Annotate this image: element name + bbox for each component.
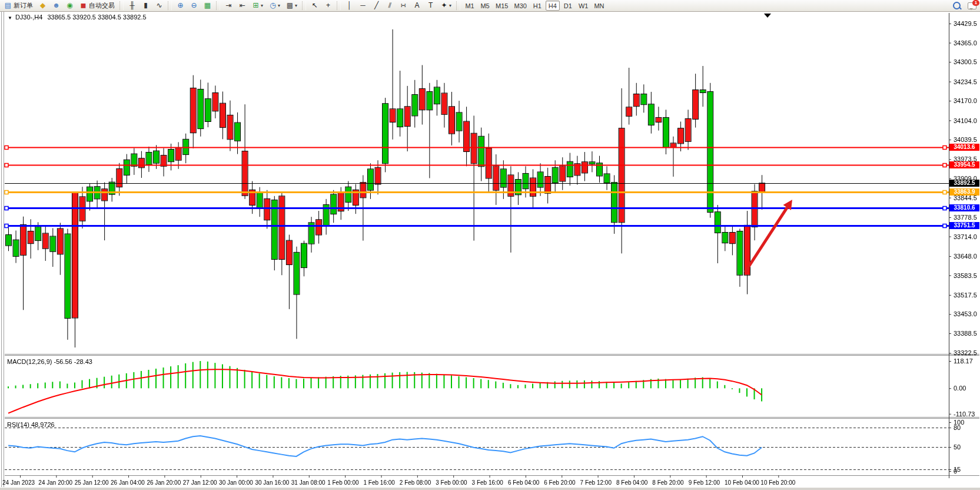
toolbar-right: 1	[953, 2, 980, 9]
chart-header: ▼DJ30-,H433865.5 33920.5 33804.5 33892.5	[8, 14, 147, 21]
arrows-icon: ✦	[440, 1, 448, 10]
chevron-down-icon[interactable]: ▾	[295, 3, 297, 8]
auto-trading-button[interactable]: ◼自动交易	[77, 1, 117, 11]
timeframe-mn[interactable]: MN	[592, 1, 606, 11]
toolbar-group: ⊕⊖▦	[172, 0, 215, 11]
chevron-down-icon[interactable]: ▾	[261, 3, 263, 8]
price-line-badge: 34013.6	[949, 144, 979, 151]
template-icon: ▩	[286, 1, 294, 10]
cursor-button[interactable]: ↖	[308, 1, 321, 11]
trendline-button[interactable]: ╱	[370, 1, 383, 11]
timeframe-group: M1M5M15M30H1H4D1W1MN	[461, 0, 608, 11]
news-button[interactable]: ◉	[64, 1, 76, 11]
price-line-badge: 33810.6	[949, 204, 979, 211]
crosshair-button[interactable]: +	[322, 1, 334, 11]
price-line-badge: 33863.9	[949, 188, 979, 196]
market-watch-button[interactable]: ◆	[36, 1, 49, 11]
toolbar-separator	[216, 1, 220, 10]
text-label-button[interactable]: T	[424, 1, 437, 11]
notification-badge: 1	[972, 0, 979, 6]
trendline-icon: ╱	[373, 1, 380, 10]
box-icon: ◆	[39, 1, 46, 10]
zoom-in-icon: ⊕	[177, 1, 184, 10]
timeframe-w1[interactable]: W1	[576, 1, 591, 11]
ohlc-values: 33865.5 33920.5 33804.5 33892.5	[47, 14, 146, 21]
periods-button[interactable]: ◷▾	[267, 1, 283, 11]
price-line-badge: 33954.5	[949, 161, 979, 168]
horizontal-line-icon: ─	[359, 1, 367, 10]
new-order-button-label: 新订单	[14, 1, 33, 10]
indicators-button[interactable]: ⊞▾	[250, 1, 265, 11]
zoom-out-button[interactable]: ⊖	[188, 1, 200, 11]
toolbar-group: ⇥⇤⊞▾◷▾▩▾	[221, 0, 301, 11]
text-button[interactable]: A	[411, 1, 423, 11]
text-label-icon: T	[427, 1, 434, 10]
candlestick-icon: ▮	[142, 1, 150, 10]
cursor-icon: ↖	[311, 1, 318, 10]
chart-shift-button[interactable]: ⇤	[236, 1, 248, 11]
chart-shift-icon: ⇤	[238, 1, 246, 10]
vertical-line-button[interactable]: │	[343, 1, 356, 11]
add-indicator-icon: ⊞	[252, 1, 260, 10]
line-chart-icon: ∿	[155, 1, 163, 10]
symbol-period-label: DJ30-,H4	[15, 14, 42, 21]
chevron-down-icon[interactable]: ▾	[449, 3, 451, 8]
toolbar-separator	[119, 1, 124, 10]
chevron-down-icon[interactable]: ▾	[278, 3, 280, 8]
line-chart-button[interactable]: ∿	[153, 1, 165, 11]
horizontal-line-button[interactable]: ─	[357, 1, 369, 11]
tile-windows-button[interactable]: ▦	[201, 1, 214, 11]
toolbar-separator	[337, 1, 341, 10]
auto-scroll-button[interactable]: ⇥	[222, 1, 235, 11]
timeframe-h1[interactable]: H1	[530, 1, 544, 11]
timeframe-d1[interactable]: D1	[561, 1, 575, 11]
bar-chart-button[interactable]: ╫	[126, 1, 138, 11]
toolbar-group: ╫▮∿	[124, 0, 167, 11]
terminal-button[interactable]: ☻	[50, 1, 62, 11]
toolbar-group: ↖+	[307, 0, 336, 11]
timeframe-h4[interactable]: H4	[546, 1, 560, 11]
toolbar-group: │─╱⫽∺AT✦▾	[341, 0, 456, 11]
arrows-button[interactable]: ✦▾	[438, 1, 454, 11]
clock-icon: ◷	[269, 1, 277, 10]
tile-windows-icon: ▦	[204, 1, 211, 10]
text-icon: A	[413, 1, 421, 10]
toolbar-separator	[456, 1, 460, 10]
auto-scroll-icon: ⇥	[225, 1, 232, 10]
equidistant-channel-button[interactable]: ⫽	[384, 1, 396, 11]
bar-chart-icon: ╫	[128, 1, 136, 10]
order-ticket-icon: ▤	[4, 1, 12, 10]
timeframe-m30[interactable]: M30	[511, 1, 529, 11]
zoom-in-button[interactable]: ⊕	[174, 1, 187, 11]
zoom-out-icon: ⊖	[190, 1, 198, 10]
new-order-button[interactable]: ▤新订单	[2, 1, 35, 11]
toolbar-separator	[302, 1, 306, 10]
fibonacci-button[interactable]: ∺	[397, 1, 410, 11]
auto-trading-button-label: 自动交易	[89, 1, 115, 10]
price-line-badge: 33892.5	[949, 180, 979, 187]
robot-icon: ◼	[79, 1, 87, 10]
notifications-icon[interactable]: 1	[968, 2, 976, 9]
collapse-panel-icon[interactable]: ▼	[8, 15, 12, 21]
search-icon[interactable]	[953, 2, 961, 9]
crosshair-icon: +	[324, 1, 332, 10]
vertical-line-icon: │	[346, 1, 353, 10]
fibonacci-icon: ∺	[400, 1, 407, 10]
main-toolbar: ▤新订单◆☻◉◼自动交易╫▮∿⊕⊖▦⇥⇤⊞▾◷▾▩▾↖+│─╱⫽∺AT✦▾M1M…	[0, 0, 980, 12]
timeframe-m1[interactable]: M1	[463, 1, 477, 11]
timeframe-m15[interactable]: M15	[493, 1, 510, 11]
timeframe-m5[interactable]: M5	[478, 1, 492, 11]
candlestick-chart-button[interactable]: ▮	[139, 1, 152, 11]
price-line-badge: 33751.5	[949, 222, 979, 229]
channel-icon: ⫽	[386, 1, 394, 10]
signal-icon: ◉	[66, 1, 74, 10]
toolbar-group: ▤新订单◆☻◉◼自动交易	[0, 0, 119, 11]
chart-canvas[interactable]	[0, 0, 980, 490]
templates-button[interactable]: ▩▾	[284, 1, 300, 11]
platform-window: ▤新订单◆☻◉◼自动交易╫▮∿⊕⊖▦⇥⇤⊞▾◷▾▩▾↖+│─╱⫽∺AT✦▾M1M…	[0, 0, 980, 490]
toolbar-separator	[168, 1, 172, 10]
person-icon: ☻	[52, 1, 60, 10]
